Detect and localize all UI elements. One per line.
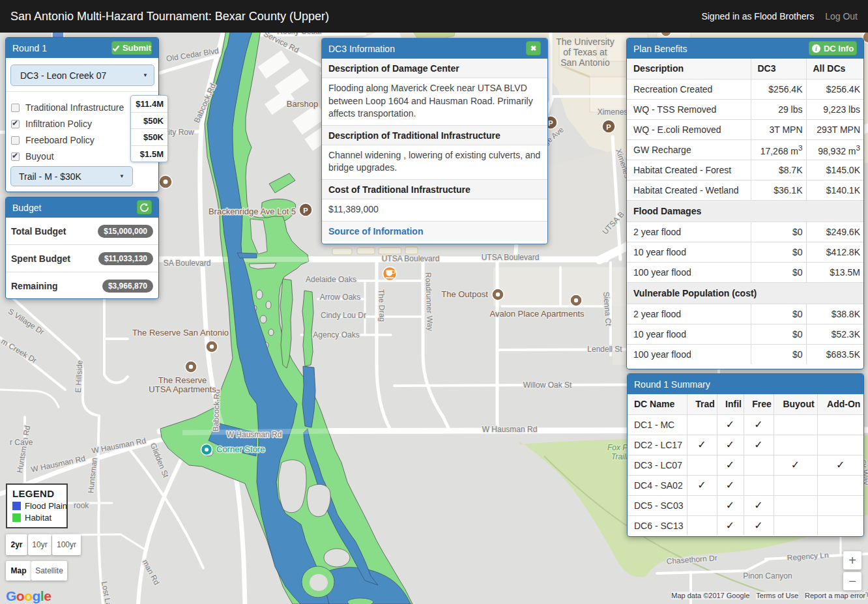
svg-text:UTSA Boulevard: UTSA Boulevard [482,253,540,262]
svg-text:sity Row: sity Row [164,128,194,137]
svg-text:Willow Oak St: Willow Oak St [523,381,572,390]
svg-text:Arrow Oaks: Arrow Oaks [320,293,361,302]
svg-text:The University: The University [556,36,614,47]
svg-text:Adelaide Oaks: Adelaide Oaks [306,275,356,284]
svg-text:Fox P: Fox P [607,443,628,452]
svg-text:Corner Store: Corner Store [216,444,265,454]
svg-text:Lendell St: Lendell St [587,345,622,354]
svg-text:Pinon Canyon: Pinon Canyon [743,571,792,581]
svg-text:Babcock Rd: Babcock Rd [211,389,222,431]
svg-text:UTSA Apartments: UTSA Apartments [149,384,216,394]
svg-text:r Cave: r Cave [10,438,33,447]
svg-text:Barshop: Barshop [287,99,318,109]
svg-text:E Hillside: E Hillside [74,360,85,393]
svg-text:UTSA Boulevard: UTSA Boulevard [382,254,440,263]
svg-text:San Antonio: San Antonio [560,57,610,68]
svg-text:The Reserve: The Reserve [158,375,207,385]
svg-text:W Hausman Rd: W Hausman Rd [227,430,282,439]
svg-text:rook: rook [74,501,89,510]
svg-text:P: P [606,123,611,131]
svg-text:P: P [303,207,308,214]
svg-text:Avalon Place Apartments: Avalon Place Apartments [489,309,585,319]
svg-text:Agency Oaks: Agency Oaks [313,330,359,339]
svg-text:SA Boulevard: SA Boulevard [164,259,211,268]
svg-text:W Hausman Rd: W Hausman Rd [482,425,538,434]
svg-text:The Drag: The Drag [377,289,387,322]
svg-text:Cindy Lou Dr: Cindy Lou Dr [321,311,366,320]
svg-text:of Texas at: of Texas at [563,47,607,57]
svg-text:The Reserve San Antonio: The Reserve San Antonio [132,328,229,338]
svg-text:The Outpost: The Outpost [441,289,488,299]
svg-text:Ximenes: Ximenes [598,108,628,117]
svg-text:P: P [548,119,553,127]
svg-text:Brackenridge Ave Lot 5: Brackenridge Ave Lot 5 [209,207,296,216]
